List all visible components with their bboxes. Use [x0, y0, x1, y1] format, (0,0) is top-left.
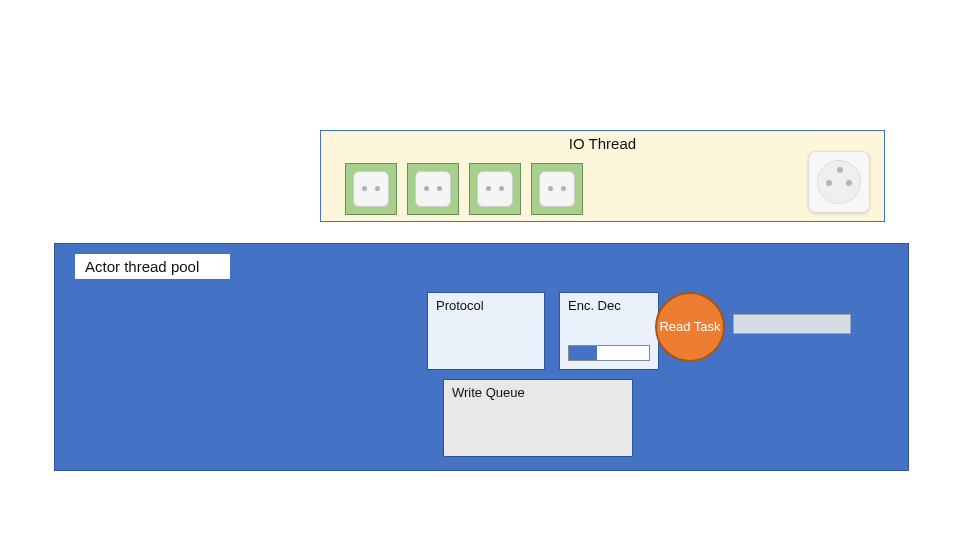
actor-thread-pool-box: Actor thread pool Protocol Enc. Dec Writ… [54, 243, 909, 471]
actor-thread-pool-label: Actor thread pool [75, 254, 230, 279]
socket-icon [469, 163, 521, 215]
write-queue-box: Write Queue [443, 379, 633, 457]
socket-row [345, 163, 583, 215]
socket-icon [407, 163, 459, 215]
io-thread-box: IO Thread [320, 130, 885, 222]
protocol-box: Protocol [427, 292, 545, 370]
socket-icon [345, 163, 397, 215]
io-thread-label: IO Thread [321, 135, 884, 152]
outlet-icon [808, 151, 870, 213]
read-task-bar [733, 314, 851, 334]
read-task-label: Read Task [659, 320, 720, 334]
read-task-circle: Read Task [655, 292, 725, 362]
protocol-label: Protocol [428, 293, 544, 318]
enc-dec-label: Enc. Dec [560, 293, 658, 318]
enc-dec-progress [568, 345, 650, 361]
socket-icon [531, 163, 583, 215]
write-queue-label: Write Queue [444, 380, 632, 405]
enc-dec-box: Enc. Dec [559, 292, 659, 370]
